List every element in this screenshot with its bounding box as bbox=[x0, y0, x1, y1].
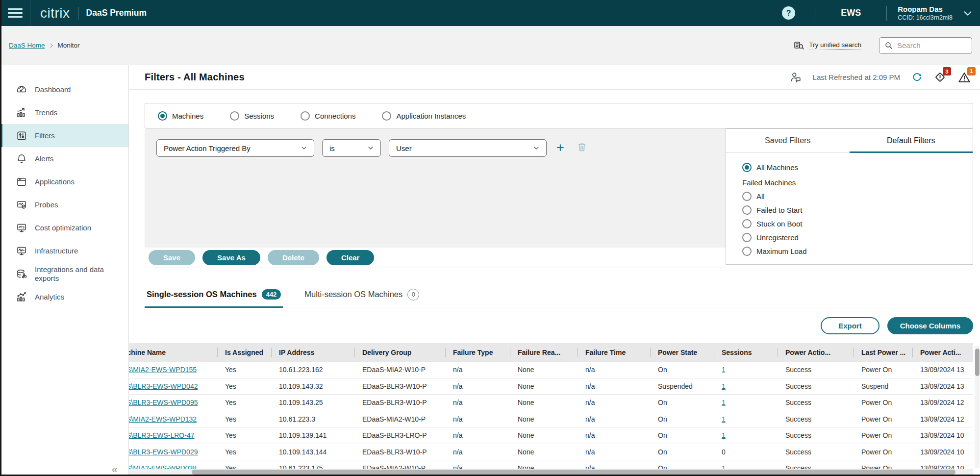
radio-circle bbox=[742, 247, 752, 256]
cell-failure-time: n/a bbox=[578, 427, 650, 444]
filter-value: User bbox=[396, 144, 412, 152]
sidebar-item-analytics[interactable]: Analytics bbox=[0, 285, 128, 308]
radio-sessions[interactable]: Sessions bbox=[230, 111, 274, 121]
export-button[interactable]: Export bbox=[821, 317, 879, 334]
choose-columns-button[interactable]: Choose Columns bbox=[887, 317, 973, 334]
cell-power-state: On bbox=[650, 411, 714, 427]
machine-name-link[interactable]: S\BLR3-EWS-LRO-47 bbox=[129, 431, 194, 439]
tab-saved-filters[interactable]: Saved Filters bbox=[726, 129, 850, 152]
sidebar-item-dashboard[interactable]: Dashboard bbox=[0, 78, 128, 101]
machine-name-link[interactable]: S\BLR3-EWS-WPD029 bbox=[129, 448, 198, 456]
cell-failure-rea: None bbox=[510, 411, 578, 427]
horizontal-scrollbar-thumb[interactable] bbox=[192, 470, 955, 475]
sessions-link[interactable]: 1 bbox=[722, 415, 726, 423]
cell-failure-rea: None bbox=[510, 427, 578, 444]
try-unified-search[interactable]: Try unified search bbox=[793, 40, 861, 51]
cell-delivery-group: EDaaS-MIA2-W10-P bbox=[354, 411, 445, 427]
col-sessions[interactable]: Sessions bbox=[714, 343, 778, 362]
radio-all[interactable]: All bbox=[742, 192, 973, 201]
machine-name-link[interactable]: S\MIA2-EWS-WPD155 bbox=[129, 366, 197, 374]
radio-failed-to-start[interactable]: Failed to Start bbox=[742, 205, 973, 215]
filters-panel: Saved Filters Default Filters All Machin… bbox=[726, 128, 973, 265]
help-icon[interactable]: ? bbox=[782, 6, 795, 20]
user-menu[interactable]: Roopam Das CCID: 16ccl3rn2mi8 bbox=[887, 4, 959, 22]
sidebar-item-trends[interactable]: Trends bbox=[0, 101, 128, 124]
machine-name-link[interactable]: S\BLR3-EWS-WPD042 bbox=[129, 382, 198, 390]
search-box[interactable] bbox=[879, 37, 972, 54]
sidebar-item-probes[interactable]: Probes bbox=[0, 193, 128, 216]
search-input[interactable] bbox=[897, 41, 961, 50]
tab-single-session-os-machines[interactable]: Single-session OS Machines 442 bbox=[145, 282, 283, 307]
app-header: citrix DaaS Premium ? EWS Roopam Das CCI… bbox=[0, 0, 980, 26]
cell-last-power: Power On bbox=[854, 427, 912, 444]
vertical-scrollbar-thumb[interactable] bbox=[975, 349, 980, 376]
delete-button[interactable]: Delete bbox=[268, 250, 319, 265]
sessions-link[interactable]: 1 bbox=[722, 366, 726, 374]
refresh-icon[interactable] bbox=[911, 72, 923, 83]
filter-field-dropdown[interactable]: Power Action Triggered By bbox=[156, 139, 314, 157]
delete-filter-icon[interactable] bbox=[574, 139, 590, 155]
sidebar-item-integrations-and-data-exports[interactable]: Integrations and data exports bbox=[0, 262, 128, 285]
radio-application-instances[interactable]: Application Instances bbox=[382, 111, 466, 121]
filter-value-dropdown[interactable]: User bbox=[389, 139, 547, 157]
cell-power-acti: 13/09/2024 13 bbox=[912, 378, 973, 395]
cell-failure-type: n/a bbox=[445, 378, 510, 395]
save-as-button[interactable]: Save As bbox=[202, 250, 260, 265]
add-filter-button[interactable]: + bbox=[554, 140, 566, 155]
col-power-acti[interactable]: Power Acti... bbox=[912, 343, 973, 362]
machine-name-link[interactable]: S\MIA2-EWS-WPD038 bbox=[129, 464, 197, 469]
sidebar-item-label: Dashboard bbox=[35, 85, 71, 94]
sidebar-collapse-button[interactable]: « bbox=[112, 464, 117, 475]
sidebar-item-infrastructure[interactable]: Infrastructure bbox=[0, 239, 128, 262]
radio-machines[interactable]: Machines bbox=[158, 111, 203, 121]
sidebar-item-label: Trends bbox=[35, 108, 57, 117]
vertical-scrollbar[interactable] bbox=[975, 346, 980, 468]
cell-failure-time: n/a bbox=[578, 411, 650, 427]
sidebar-item-label: Analytics bbox=[35, 293, 64, 301]
hamburger-menu-button[interactable] bbox=[0, 0, 30, 26]
col-ip-address[interactable]: IP Address bbox=[271, 343, 354, 362]
radio-connections[interactable]: Connections bbox=[301, 111, 355, 121]
radio-stuck-on-boot[interactable]: Stuck on Boot bbox=[742, 219, 973, 228]
sessions-link[interactable]: 1 bbox=[722, 399, 726, 406]
integrations-icon bbox=[16, 268, 27, 280]
sessions-link[interactable]: 1 bbox=[722, 382, 726, 390]
cell-ip-address: 10.61.223.175 bbox=[271, 460, 354, 469]
machine-name-link[interactable]: S\MIA2-EWS-WPD132 bbox=[129, 415, 197, 423]
sidebar-item-applications[interactable]: Applications bbox=[0, 170, 128, 193]
cell-power-actio: Success bbox=[778, 378, 854, 395]
col-power-state[interactable]: Power State bbox=[650, 343, 714, 362]
warning-alerts-icon[interactable]: 1 bbox=[957, 71, 971, 84]
col-failure-time[interactable]: Failure Time bbox=[578, 343, 650, 362]
tab-default-filters[interactable]: Default Filters bbox=[850, 129, 973, 152]
col-failure-rea[interactable]: Failure Rea... bbox=[510, 343, 578, 362]
radio-circle bbox=[230, 111, 239, 121]
radio-unregistered[interactable]: Unregistered bbox=[742, 233, 973, 242]
chevron-down-icon[interactable] bbox=[962, 8, 973, 19]
cell-power-acti: 13/09/2024 10 bbox=[912, 444, 973, 460]
sidebar-item-cost-optimization[interactable]: $Cost optimization bbox=[0, 216, 128, 239]
col-failure-type[interactable]: Failure Type bbox=[445, 343, 510, 362]
breadcrumb-home-link[interactable]: DaaS Home bbox=[9, 42, 45, 49]
col-machine-name[interactable]: Machine Name bbox=[129, 343, 217, 362]
col-is-assigned[interactable]: Is Assigned bbox=[217, 343, 271, 362]
sidebar-item-filters[interactable]: Filters bbox=[0, 124, 128, 147]
tab-multi-session-os-machines[interactable]: Multi-session OS Machines 0 bbox=[302, 282, 421, 307]
col-last-power[interactable]: Last Power ... bbox=[854, 343, 912, 362]
radio-all-machines[interactable]: All Machines bbox=[742, 163, 973, 172]
radio-maximum-load[interactable]: Maximum Load bbox=[742, 247, 973, 256]
save-button[interactable]: Save bbox=[149, 250, 195, 265]
sidebar-item-alerts[interactable]: Alerts bbox=[0, 147, 128, 170]
cell-is-assigned: Yes bbox=[217, 395, 271, 411]
sessions-link[interactable]: 1 bbox=[722, 431, 726, 439]
col-power-actio[interactable]: Power Actio... bbox=[778, 343, 854, 362]
col-delivery-group[interactable]: Delivery Group bbox=[354, 343, 445, 362]
machine-name-link[interactable]: S\BLR3-EWS-WPD095 bbox=[129, 399, 198, 406]
sessions-link[interactable]: 1 bbox=[722, 464, 726, 469]
feedback-person-icon[interactable] bbox=[789, 71, 802, 84]
entity-radio-group: MachinesSessionsConnectionsApplication I… bbox=[145, 103, 973, 128]
clear-button[interactable]: Clear bbox=[327, 250, 375, 265]
error-alerts-icon[interactable]: 3 bbox=[933, 71, 947, 84]
filter-operator-dropdown[interactable]: is bbox=[322, 139, 381, 157]
filter-field-value: Power Action Triggered By bbox=[164, 144, 251, 152]
